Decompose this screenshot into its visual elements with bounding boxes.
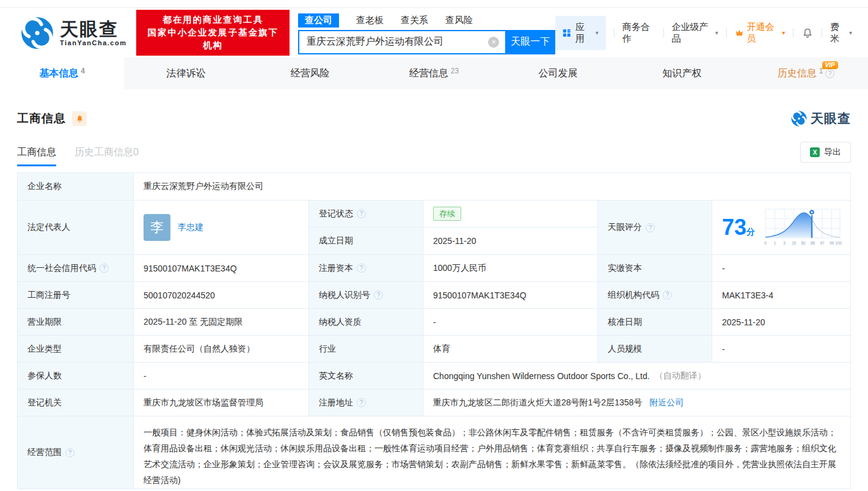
- reg-number-value: 500107020244520: [134, 282, 309, 309]
- svg-text:100: 100: [836, 241, 842, 245]
- main-content: 工商信息 天眼查 工商信息 历史工商信息0 X 导出 企业名称: [0, 110, 868, 489]
- enterprise-products-menu[interactable]: 企业级产品 ▾: [671, 21, 718, 45]
- industry-value: 体育: [423, 336, 598, 363]
- chevron-down-icon: ▾: [715, 29, 718, 36]
- tianyancha-logo[interactable]: 天眼查 TianYanCha.com: [21, 17, 126, 50]
- taxpayer-id-value: 91500107MAK1T3E34Q: [423, 282, 598, 309]
- help-icon[interactable]: ?: [357, 264, 366, 273]
- insured-count-value: -: [134, 363, 309, 389]
- tyc-score-value[interactable]: 73分: [712, 201, 851, 255]
- business-registration-table: 企业名称 重庆云深荒野户外运动有限公司 法定代表人 李 李忠建 登记状态 ? 存…: [17, 172, 851, 489]
- notifications-button[interactable]: [801, 27, 814, 39]
- apps-label: 应用: [575, 21, 591, 45]
- taxpayer-id-label: 纳税人识别号 ?: [309, 282, 423, 309]
- subscribe-bell-button[interactable]: [72, 111, 87, 126]
- svg-text:99: 99: [830, 241, 834, 245]
- svg-text:15: 15: [792, 241, 797, 245]
- svg-text:97: 97: [820, 241, 825, 245]
- org-code-label: 组织机构代码 ?: [598, 282, 712, 309]
- reg-capital-value: 1000万人民币: [423, 255, 598, 282]
- search-tab-risk[interactable]: 查风险: [445, 15, 473, 26]
- search-module: 查公司 查老板 查关系 查风险 × 天眼一下: [298, 13, 555, 54]
- paid-capital-label: 实缴资本: [598, 255, 712, 282]
- search-tab-company[interactable]: 查公司: [298, 13, 339, 28]
- svg-text:3: 3: [783, 241, 786, 245]
- business-term-value: 2025-11-20 至 无固定期限: [134, 309, 309, 336]
- help-icon[interactable]: ?: [357, 398, 366, 407]
- industry-label: 行业: [309, 336, 423, 363]
- search-button[interactable]: 天眼一下: [505, 30, 555, 54]
- tab-history-info[interactable]: VIP 历史信息1 ?: [744, 57, 868, 89]
- credit-code-value: 91500107MAK1T3E34Q: [134, 255, 309, 282]
- section-title: 工商信息: [17, 111, 66, 127]
- credit-code-label: 统一社会信用代码 ?: [18, 255, 134, 282]
- header-right-nav: 应用 ▾ 商务合作 企业级产品 ▾ 开通会员 ▾ 费米: [555, 16, 852, 50]
- tab-operating-risk[interactable]: 经营风险: [248, 57, 372, 89]
- help-icon[interactable]: ?: [825, 69, 834, 78]
- org-code-value: MAK1T3E3-4: [712, 282, 851, 309]
- svg-text:50: 50: [801, 241, 806, 245]
- brand-domain: TianYanCha.com: [60, 39, 126, 46]
- subtab-history-registration[interactable]: 历史工商信息0: [75, 146, 139, 166]
- tab-basic-info[interactable]: 基本信息4: [0, 57, 124, 89]
- svg-text:1: 1: [774, 241, 776, 245]
- export-button[interactable]: X 导出: [800, 142, 851, 163]
- site-header: 天眼查 TianYanCha.com 都在用的商业查询工具 国家中小企业发展子基…: [0, 8, 868, 57]
- reg-status-value: 存续: [423, 201, 598, 227]
- score-number: 73: [722, 215, 746, 240]
- company-name-label: 企业名称: [18, 173, 134, 201]
- insured-count-label: 参保人数: [18, 363, 134, 389]
- search-tabs: 查公司 查老板 查关系 查风险: [298, 13, 555, 29]
- approval-date-value: 2025-11-20: [712, 309, 851, 336]
- approval-date-label: 核准日期: [598, 309, 712, 336]
- help-icon[interactable]: ?: [374, 290, 383, 300]
- apps-menu-button[interactable]: 应用 ▾: [555, 16, 605, 50]
- tianyancha-swirl-icon: [21, 17, 54, 50]
- business-term-label: 营业期限: [18, 309, 134, 336]
- taxpayer-qualification-value: -: [423, 309, 598, 336]
- score-distribution-chart: 0 1 3 15 50 85 97 99 100: [764, 208, 842, 247]
- nearby-companies-link[interactable]: 附近公司: [649, 397, 684, 408]
- search-tab-boss[interactable]: 查老板: [356, 15, 384, 26]
- legal-rep-avatar[interactable]: 李: [144, 214, 170, 241]
- clear-search-icon[interactable]: ×: [488, 37, 499, 48]
- search-input[interactable]: [298, 30, 505, 54]
- business-scope-label: 经营范围 ?: [18, 416, 134, 489]
- score-unit: 分: [746, 227, 755, 237]
- help-icon[interactable]: ?: [357, 209, 366, 218]
- english-name-value: Chongqing Yunshen Wilderness Outdoor Spo…: [423, 363, 851, 389]
- business-cooperation-link[interactable]: 商务合作: [622, 21, 655, 45]
- brand-slogan-banner: 都在用的商业查询工具 国家中小企业发展子基金旗下机构: [136, 10, 290, 56]
- staff-size-value: -: [712, 336, 851, 363]
- reg-number-label: 工商注册号: [18, 282, 134, 309]
- excel-icon: X: [810, 147, 820, 157]
- apps-grid-icon: [563, 28, 571, 38]
- reg-status-label: 登记状态 ?: [309, 201, 423, 227]
- subtab-business-registration[interactable]: 工商信息: [17, 146, 56, 166]
- slogan-line-2: 国家中小企业发展子基金旗下机构: [142, 26, 283, 52]
- tab-intellectual-property[interactable]: 知识产权: [620, 57, 744, 89]
- chevron-down-icon: ▾: [782, 29, 785, 36]
- search-tab-relation[interactable]: 查关系: [401, 15, 428, 26]
- help-icon[interactable]: ?: [663, 290, 672, 300]
- company-type-value: 有限责任公司（自然人独资）: [134, 336, 309, 363]
- user-menu[interactable]: 费米 ▾: [830, 21, 852, 45]
- help-icon[interactable]: ?: [100, 264, 109, 273]
- help-icon[interactable]: ?: [646, 223, 655, 232]
- brand-name: 天眼查: [60, 20, 126, 39]
- help-icon[interactable]: ?: [65, 448, 75, 457]
- bell-icon: [75, 114, 84, 124]
- svg-text:85: 85: [811, 241, 815, 245]
- open-vip-button[interactable]: 开通会员 ▾: [735, 21, 786, 45]
- staff-size-label: 人员规模: [598, 336, 712, 363]
- reg-authority-label: 登记机关: [18, 389, 134, 416]
- vip-badge: VIP: [822, 61, 838, 69]
- page-top-divider: [0, 0, 868, 8]
- legal-rep-link[interactable]: 李忠建: [178, 222, 203, 233]
- establish-date-value: 2025-11-20: [423, 227, 598, 255]
- tab-business-info[interactable]: 经营信息23: [372, 57, 496, 89]
- tab-company-development[interactable]: 公司发展: [496, 57, 620, 89]
- status-badge: 存续: [433, 207, 461, 221]
- tab-legal-litigation[interactable]: 法律诉讼: [124, 57, 248, 89]
- chevron-down-icon: ▾: [596, 29, 599, 36]
